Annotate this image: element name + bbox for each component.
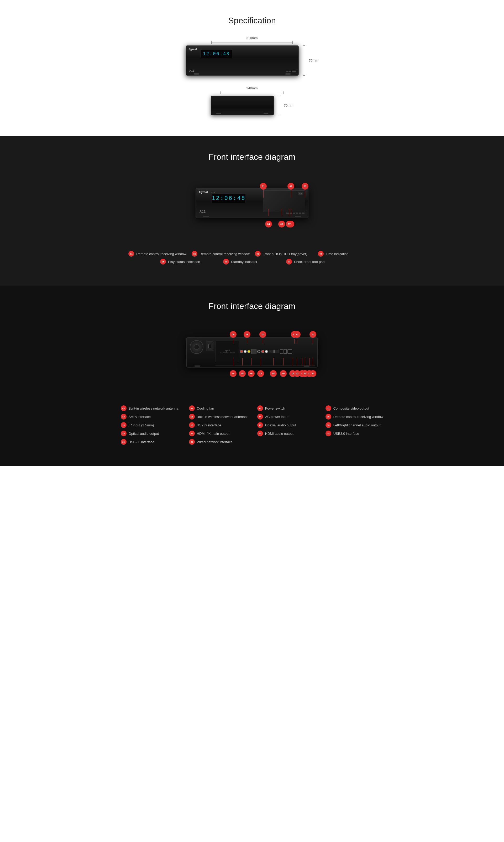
height-label-1: 70mm <box>309 58 318 63</box>
ffoot1 <box>203 216 209 217</box>
legend-item-01: 01 Remote control receiving window <box>128 251 186 257</box>
legend-badge-11: 11 <box>325 405 331 411</box>
badge-15: 15 <box>239 370 246 377</box>
front-indicator-row <box>211 192 215 193</box>
legend-badge-15: 15 <box>325 414 331 420</box>
back-power <box>206 341 213 351</box>
legend-item-24: 24 USB2.0 interface <box>121 439 179 445</box>
back-fan <box>190 340 203 354</box>
front-logo: Egreat <box>199 191 208 194</box>
line-09 <box>247 339 247 344</box>
hline2 <box>221 93 283 93</box>
height-dim-2 <box>278 95 280 115</box>
badge-05: 05 <box>278 221 285 228</box>
rca-yellow <box>247 350 250 353</box>
back-legend: 08 Built-in wireless network antenna 09 … <box>0 405 504 445</box>
badge-08: 08 <box>230 331 236 338</box>
legend-item-18: 18 Coaxial audio output <box>257 422 315 428</box>
ind2 <box>214 192 215 193</box>
legend-text-15: Remote control receiving window <box>334 415 383 419</box>
back-model-text: 4K UHD MEDIA PLAYER <box>220 352 235 354</box>
legend-badge-13: 13 <box>189 414 195 420</box>
legend-text-23: USB3.0 interface <box>334 432 359 436</box>
badge-18: 18 <box>270 370 277 377</box>
line-03 <box>305 190 305 197</box>
line-07 <box>289 209 289 216</box>
foot1 <box>194 73 199 75</box>
badge-13: 13 <box>309 331 316 338</box>
badge-10: 10 <box>259 331 266 338</box>
front-legend: 01 Remote control receiving window 02 Re… <box>0 251 504 265</box>
line-19a <box>283 358 284 365</box>
width-dim-2: 240mm <box>220 91 284 94</box>
hdmi-audio <box>274 350 279 353</box>
line-02 <box>291 190 291 197</box>
legend-item-02: 02 Remote control receiving window <box>192 251 250 257</box>
back-interface-section: Front interface diagram Egreat 4K UHD ME… <box>0 285 504 466</box>
device2-feet <box>216 113 268 114</box>
legend-badge-17: 17 <box>189 422 195 428</box>
line-14 <box>233 358 233 365</box>
flogo1 <box>286 212 289 214</box>
legend-badge-10: 10 <box>257 405 263 411</box>
vline1 <box>304 46 304 75</box>
legend-badge-08: 08 <box>121 405 127 411</box>
bfoot1 <box>195 365 200 367</box>
legend-badge-02: 02 <box>192 251 197 257</box>
spec-section: Specification 310mm Egreat 12:06:48 <box>0 0 504 136</box>
legend-item-20: 20 Optical audio output <box>121 431 179 436</box>
line-19b <box>293 358 293 365</box>
fan-center <box>194 345 199 350</box>
logo-icon1 <box>286 71 288 72</box>
legend-badge-07: 07 <box>286 259 292 265</box>
legend-badge-12: 12 <box>121 414 127 420</box>
rca-audio-group <box>261 350 268 353</box>
legend-item-19: 19 Left&right channel audio output <box>325 422 383 428</box>
badge-04: 04 <box>265 221 272 228</box>
device2-row: 70mm <box>211 95 293 115</box>
line-12 <box>297 339 297 344</box>
legend-item-16: 16 IR input (3.5mm) <box>121 422 179 428</box>
device1-row: Egreat 12:06:48 A11 <box>186 46 318 76</box>
tick-right <box>292 41 293 44</box>
legend-item-22: 22 HDMI audio output <box>257 431 315 436</box>
back-device-diagram: Egreat 4K UHD MEDIA PLAYER <box>186 337 318 368</box>
legend-text-17: RS232 interface <box>197 423 221 427</box>
legend-text-13: Built-in wireless network antenna <box>197 415 247 419</box>
flogo3 <box>293 212 295 214</box>
foot2 <box>285 73 291 75</box>
flogo6 <box>302 212 305 214</box>
line-22 <box>297 358 297 365</box>
back-coaxial <box>257 350 260 353</box>
bfoot2 <box>304 365 309 367</box>
rca-red <box>240 350 243 353</box>
rca-white <box>244 350 247 353</box>
legend-text-25: Wired network interface <box>197 440 233 444</box>
vline2 <box>279 96 279 115</box>
width-label-2: 240mm <box>246 86 257 90</box>
line-08 <box>233 339 233 344</box>
device1-display: 12:06:48 <box>201 50 232 58</box>
legend-badge-05: 05 <box>160 259 166 265</box>
height-dim-1 <box>303 46 305 76</box>
legend-text-22: HDMI audio output <box>265 432 293 436</box>
front-tray: USB <box>263 191 305 212</box>
legend-item-12: 12 SATA interface <box>121 414 179 420</box>
legend-item-25: 25 Wired network interface <box>189 439 247 445</box>
legend-item-13: 13 Built-in wireless network antenna <box>189 414 247 420</box>
ffoot2 <box>295 216 301 217</box>
line-21 <box>309 358 309 365</box>
line-05 <box>282 209 282 216</box>
line-15 <box>242 358 242 365</box>
legend-text-02: Remote control receiving window <box>199 252 250 256</box>
legend-badge-04: 04 <box>318 251 324 257</box>
flogo4 <box>296 212 298 214</box>
legend-text-08: Built-in wireless network antenna <box>129 406 179 410</box>
device1-feet <box>194 73 291 75</box>
rca-audio-l <box>265 350 268 353</box>
ind1 <box>211 192 212 193</box>
legend-item-09: 09 Cooling fan <box>189 405 247 411</box>
legend-badge-24: 24 <box>121 439 127 445</box>
badge-02: 02 <box>287 183 294 190</box>
spec-diagrams: 310mm Egreat 12:06:48 A11 <box>0 41 504 115</box>
